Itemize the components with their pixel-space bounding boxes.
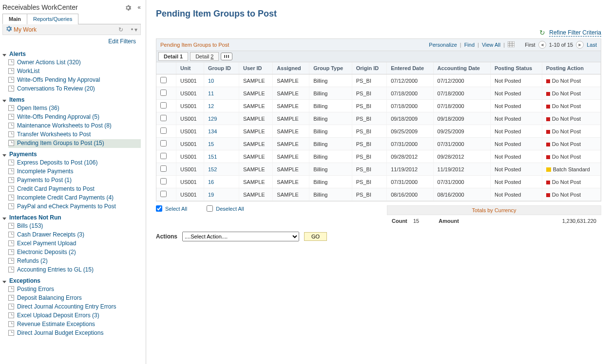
sidebar-item[interactable]: Open Items (36)	[8, 104, 141, 113]
section-header[interactable]: Payments	[2, 150, 141, 159]
sidebar-item[interactable]: WorkList	[8, 67, 141, 76]
column-header[interactable]: Group ID	[204, 62, 239, 74]
sidebar-item[interactable]: Write-Offs Pending My Approval	[8, 76, 141, 85]
group-id-link[interactable]: 15	[208, 141, 214, 147]
sidebar-item-label[interactable]: Express Deposits to Post (106)	[17, 159, 97, 166]
sidebar-item-label[interactable]: Cash Drawer Receipts (3)	[17, 231, 84, 238]
sidebar-item[interactable]: PayPal and eCheck Payments to Post	[8, 202, 141, 211]
sidebar-item-label[interactable]: Credit Card Payments to Post	[17, 185, 95, 192]
sidebar-item-label[interactable]: Conversations To Review (20)	[17, 85, 95, 92]
sidebar-item-label[interactable]: Pending Item Groups to Post (15)	[17, 140, 104, 146]
sidebar-item-label[interactable]: Bills (153)	[17, 222, 43, 229]
viewall-link[interactable]: View All	[482, 42, 500, 48]
sidebar-item-label[interactable]: Incomplete Credit Card Payments (4)	[17, 194, 114, 201]
sidebar-item-label[interactable]: Revenue Estimate Exceptions	[17, 321, 95, 328]
sidebar-item-label[interactable]: Posting Errors	[17, 286, 54, 292]
row-checkbox[interactable]	[160, 191, 167, 197]
go-button[interactable]: GO	[304, 232, 327, 241]
sidebar-item[interactable]: Cash Drawer Receipts (3)	[8, 231, 141, 239]
sidebar-item[interactable]: Refunds (2)	[8, 257, 141, 266]
sidebar-item[interactable]: Express Deposits to Post (106)	[8, 159, 141, 167]
column-header[interactable]: Posting Action	[542, 62, 600, 74]
column-header[interactable]: Assigned	[273, 62, 309, 74]
collapse-icon[interactable]: «	[137, 4, 141, 11]
refresh-icon[interactable]: ↻	[118, 26, 123, 33]
sidebar-item-label[interactable]: Write-Offs Pending My Approval	[17, 76, 100, 83]
tab-main[interactable]: Main	[2, 14, 27, 24]
row-checkbox[interactable]	[160, 102, 167, 109]
sidebar-item-label[interactable]: WorkList	[17, 68, 39, 74]
sidebar-item-label[interactable]: Maintenance Worksheets to Post (8)	[17, 122, 112, 129]
sidebar-item-label[interactable]: Transfer Worksheets to Post	[17, 131, 91, 138]
sidebar-item-label[interactable]: Incomplete Payments	[17, 168, 73, 175]
sidebar-item[interactable]: Revenue Estimate Exceptions	[8, 320, 141, 329]
refine-filter-link[interactable]: Refine Filter Criteria	[549, 29, 601, 36]
sidebar-item[interactable]: Direct Journal Budget Exceptions	[8, 329, 141, 338]
sidebar-item-label[interactable]: Accounting Entries to GL (15)	[17, 266, 94, 273]
sidebar-item-label[interactable]: Write-Offs Pending Approval (5)	[17, 113, 99, 120]
sidebar-item-label[interactable]: Direct Journal Accounting Entry Errors	[17, 303, 116, 310]
sidebar-item[interactable]: Maintenance Worksheets to Post (8)	[8, 122, 141, 130]
column-header[interactable]: Origin ID	[352, 62, 386, 74]
sidebar-item[interactable]: Conversations To Review (20)	[8, 85, 141, 93]
tab-reports-queries[interactable]: Reports/Queries	[27, 14, 78, 24]
mywork-link[interactable]: My Work	[14, 26, 37, 33]
column-header[interactable]: Posting Status	[491, 62, 542, 74]
sidebar-item-label[interactable]: Electronic Deposits (2)	[17, 249, 76, 255]
sidebar-item-label[interactable]: Excel Payment Upload	[17, 240, 76, 247]
sidebar-item[interactable]: Payments to Post (1)	[8, 176, 141, 185]
sidebar-item[interactable]: Bills (153)	[8, 222, 141, 231]
sidebar-item-label[interactable]: Refunds (2)	[17, 257, 48, 264]
sidebar-item[interactable]: Accounting Entries to GL (15)	[8, 266, 141, 274]
sidebar-item[interactable]: Excel Payment Upload	[8, 239, 141, 248]
row-checkbox[interactable]	[160, 115, 167, 121]
column-header[interactable]: Unit	[176, 62, 204, 74]
column-header[interactable]: User ID	[239, 62, 273, 74]
grid-tab-detail2[interactable]: Detail 2	[190, 52, 219, 61]
deselect-all-link[interactable]: Deselect All	[216, 206, 244, 212]
last-link[interactable]: Last	[587, 42, 597, 48]
section-header[interactable]: Interfaces Not Run	[2, 213, 141, 222]
edit-filters-link[interactable]: Edit Filters	[108, 38, 136, 45]
group-id-link[interactable]: 12	[208, 103, 214, 109]
select-all-link[interactable]: Select All	[165, 206, 187, 212]
sidebar-item[interactable]: Credit Card Payments to Post	[8, 185, 141, 194]
row-checkbox[interactable]	[160, 77, 167, 83]
sidebar-item[interactable]: Write-Offs Pending Approval (5)	[8, 113, 141, 122]
deselect-all-checkbox[interactable]	[207, 205, 213, 212]
column-header[interactable]: Accounting Date	[433, 62, 490, 74]
sidebar-item-label[interactable]: Payments to Post (1)	[17, 177, 72, 183]
sidebar-item-label[interactable]: Excel Upload Deposit Errors (3)	[17, 312, 99, 319]
sidebar-item[interactable]: Owner Actions List (320)	[8, 58, 141, 67]
sidebar-item[interactable]: Deposit Balancing Errors	[8, 294, 141, 303]
sidebar-item[interactable]: Incomplete Credit Card Payments (4)	[8, 194, 141, 202]
row-checkbox[interactable]	[160, 178, 167, 184]
section-header[interactable]: Items	[2, 95, 141, 104]
personalize-link[interactable]: Personalize	[429, 42, 457, 48]
section-header[interactable]: Exceptions	[2, 276, 141, 285]
group-id-link[interactable]: 11	[208, 91, 214, 96]
group-id-link[interactable]: 19	[208, 192, 214, 198]
sidebar-item-label[interactable]: Owner Actions List (320)	[17, 59, 81, 66]
gear-dropdown-icon[interactable]: ▾	[130, 26, 137, 33]
row-checkbox[interactable]	[160, 165, 167, 172]
find-link[interactable]: Find	[464, 42, 475, 48]
group-id-link[interactable]: 16	[208, 179, 214, 185]
group-id-link[interactable]: 10	[208, 78, 214, 84]
sidebar-item[interactable]: Posting Errors	[8, 285, 141, 294]
actions-select[interactable]: ....Select Action....	[182, 232, 299, 241]
prev-page-icon[interactable]: ◄	[538, 41, 546, 49]
sidebar-item-label[interactable]: Direct Journal Budget Exceptions	[17, 329, 103, 336]
group-id-link[interactable]: 129	[208, 116, 217, 122]
row-checkbox[interactable]	[160, 153, 167, 159]
group-id-link[interactable]: 151	[208, 154, 217, 160]
group-id-link[interactable]: 134	[208, 128, 217, 134]
sidebar-item[interactable]: Transfer Worksheets to Post	[8, 130, 141, 139]
gear-icon[interactable]	[125, 4, 133, 11]
sidebar-item[interactable]: Pending Item Groups to Post (15)	[8, 139, 141, 148]
sidebar-item[interactable]: Direct Journal Accounting Entry Errors	[8, 303, 141, 311]
column-header[interactable]	[156, 62, 176, 74]
row-checkbox[interactable]	[160, 127, 167, 134]
next-page-icon[interactable]: ►	[576, 41, 584, 49]
show-all-columns-icon[interactable]	[221, 53, 232, 60]
